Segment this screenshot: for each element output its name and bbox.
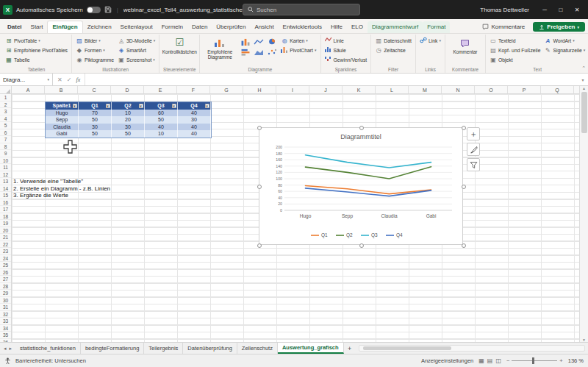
sheet-tab-statistische_funktionen[interactable]: statistische_funktionen — [15, 343, 81, 354]
ribbon-tab-formeln[interactable]: Formeln — [157, 21, 187, 33]
table-cell-value[interactable]: 30 — [79, 124, 112, 131]
scatter-chart-button[interactable] — [265, 47, 278, 57]
row-header-24[interactable]: 24 — [0, 255, 11, 263]
filter-dropdown-icon[interactable]: ▾ — [172, 104, 177, 109]
recommended-pivottables-button[interactable]: ⊞Empfohlene PivotTables — [4, 46, 68, 54]
chart-selection-handle[interactable] — [462, 126, 466, 130]
collapse-ribbon-button[interactable]: ⌃ — [581, 65, 586, 71]
pictures-button[interactable]: ▨Bilder▾ — [75, 36, 115, 45]
column-header-M[interactable]: M — [409, 86, 442, 93]
row-header-20[interactable]: 20 — [0, 227, 11, 235]
ribbon-tab-start[interactable]: Start — [26, 21, 48, 33]
table-cell-value[interactable]: 30 — [178, 116, 211, 124]
next-sheet-icon[interactable]: ▸ — [10, 346, 12, 352]
row-header-34[interactable]: 34 — [0, 325, 11, 332]
chart-selection-handle[interactable] — [462, 243, 466, 248]
screenshot-button[interactable]: ▣Screenshot▾ — [117, 55, 156, 64]
search-input[interactable]: Suchen — [243, 4, 360, 15]
row-header-8[interactable]: 8 — [0, 143, 11, 151]
sparkline-winloss-button[interactable]: Gewinn/Verlust — [324, 55, 368, 64]
row-header-28[interactable]: 28 — [0, 283, 11, 291]
ribbon-tab-ansicht[interactable]: Ansicht — [250, 21, 278, 33]
row-header-30[interactable]: 30 — [0, 297, 11, 304]
row-header-22[interactable]: 22 — [0, 241, 11, 249]
row-header-19[interactable]: 19 — [0, 220, 11, 227]
vertical-scrollbar[interactable]: ▲ ▼ — [579, 86, 588, 342]
chart-elements-button[interactable]: ＋ — [467, 127, 480, 140]
sparkline-column-button[interactable]: Säule — [324, 46, 368, 54]
table-cell-value[interactable]: 40 — [178, 124, 211, 131]
icons-button[interactable]: ◉Piktogramme — [75, 55, 115, 64]
row-header-2[interactable]: 2 — [0, 101, 11, 109]
table-cell-value[interactable]: 40 — [145, 124, 178, 131]
column-header-C[interactable]: C — [78, 86, 111, 93]
data-table[interactable]: Spalte1▾Q1▾Q2▾Q3▾Q4▾Hugo70106040Sepp5020… — [45, 101, 212, 138]
column-header-D[interactable]: D — [111, 86, 144, 93]
select-all-corner[interactable] — [0, 86, 12, 94]
insert-function-button[interactable]: fx — [76, 76, 80, 83]
column-header-N[interactable]: N — [442, 86, 475, 93]
column-header-G[interactable]: G — [210, 86, 243, 93]
row-header-32[interactable]: 32 — [0, 311, 11, 318]
table-cell-value[interactable]: 50 — [112, 130, 145, 138]
bar-chart-button[interactable] — [239, 47, 251, 57]
row-header-9[interactable]: 9 — [0, 150, 11, 157]
new-comment-button[interactable]: Kommentar — [448, 36, 482, 54]
table-cell-value[interactable]: 40 — [178, 130, 211, 138]
table-header-cell[interactable]: Spalte1▾ — [46, 102, 79, 110]
3d-models-button[interactable]: ◬3D-Modelle▾ — [117, 36, 156, 45]
row-header-6[interactable]: 6 — [0, 129, 11, 137]
smartart-button[interactable]: ◈SmartArt — [117, 46, 156, 54]
chart-styles-button[interactable] — [467, 143, 480, 156]
column-header-K[interactable]: K — [343, 86, 376, 93]
table-header-cell[interactable]: Q2▾ — [112, 102, 145, 110]
chart-selection-handle[interactable] — [257, 243, 262, 248]
page-break-view-icon[interactable]: ◫ — [495, 357, 501, 364]
line-chart-button[interactable] — [252, 37, 265, 46]
line-chart[interactable]: Diagrammtitel020406080100120140160180200… — [259, 127, 463, 245]
sparkline-line-button[interactable]: Linie — [324, 36, 368, 45]
pie-chart-button[interactable] — [265, 37, 278, 46]
table-cell-value[interactable]: 40 — [178, 110, 211, 117]
column-header-A[interactable]: A — [12, 86, 45, 93]
restore-button[interactable]: □ — [553, 0, 569, 19]
cancel-entry-icon[interactable]: ✕ — [57, 76, 62, 83]
row-header-26[interactable]: 26 — [0, 269, 11, 277]
table-cell-value[interactable]: 70 — [79, 110, 112, 117]
sheet-tab-Teilergebnis[interactable]: Teilergebnis — [144, 343, 183, 354]
row-header-7[interactable]: 7 — [0, 136, 11, 143]
filter-dropdown-icon[interactable]: ▾ — [106, 104, 111, 109]
row-header-14[interactable]: 14 — [0, 185, 11, 193]
save-icon[interactable] — [104, 6, 112, 13]
scroll-down-icon[interactable]: ▼ — [582, 338, 586, 342]
row-header-25[interactable]: 25 — [0, 262, 11, 269]
table-cell-value[interactable]: 50 — [79, 130, 112, 138]
column-header-O[interactable]: O — [475, 86, 508, 93]
ribbon-tab-einfügen[interactable]: Einfügen — [47, 21, 82, 33]
new-sheet-button[interactable]: + — [344, 343, 356, 354]
display-settings-button[interactable]: Anzeigeeinstellungen — [421, 357, 473, 364]
chart-selection-handle[interactable] — [257, 126, 262, 130]
sheet-tab-Auswertung_grafisch[interactable]: Auswertung_grafisch — [278, 343, 344, 354]
sheet-tab-Datenüberprüfung[interactable]: Datenüberprüfung — [183, 343, 237, 354]
prev-sheet-icon[interactable]: ◂ — [4, 346, 7, 352]
autosave-toggle[interactable] — [87, 7, 101, 13]
row-header-23[interactable]: 23 — [0, 248, 11, 255]
ribbon-tab-hilfe[interactable]: Hilfe — [326, 21, 347, 33]
formula-input[interactable] — [85, 74, 578, 85]
table-cell-name[interactable]: Gabi — [46, 130, 79, 138]
row-header-27[interactable]: 27 — [0, 276, 11, 283]
page-layout-view-icon[interactable]: ▤ — [487, 357, 493, 364]
ribbon-tab-zeichnen[interactable]: Zeichnen — [83, 21, 116, 33]
column-header-I[interactable]: I — [276, 86, 309, 93]
ribbon-tab-seitenlayout[interactable]: Seitenlayout — [116, 21, 157, 33]
column-chart-button[interactable] — [239, 37, 251, 46]
row-header-15[interactable]: 15 — [0, 192, 11, 199]
scroll-up-icon[interactable]: ▲ — [582, 86, 586, 90]
user-name[interactable]: Thomas Dettweiler — [480, 7, 529, 13]
table-cell-value[interactable]: 10 — [145, 130, 178, 138]
ribbon-tab-entwicklertools[interactable]: Entwicklertools — [279, 21, 326, 33]
row-header-12[interactable]: 12 — [0, 171, 11, 179]
column-header-B[interactable]: B — [45, 86, 78, 93]
zoom-slider[interactable] — [512, 360, 557, 361]
